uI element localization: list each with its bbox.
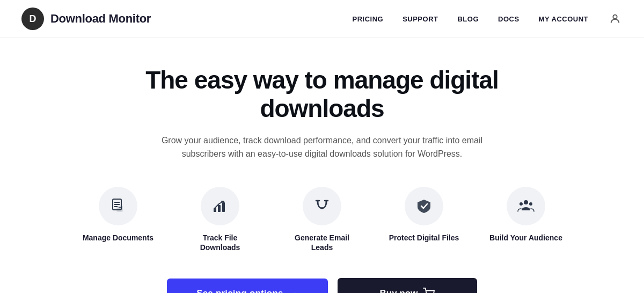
svg-point-15	[321, 207, 323, 209]
track-downloads-icon-wrap	[201, 187, 239, 225]
build-audience-icon-wrap	[507, 187, 545, 225]
nav-support[interactable]: SUPPORT	[402, 15, 438, 23]
svg-rect-8	[214, 208, 216, 212]
buy-now-button[interactable]: Buy now	[338, 278, 477, 293]
hero-title: The easy way to manage digital downloads	[80, 66, 564, 123]
logo-icon: D	[21, 8, 44, 30]
svg-point-17	[519, 202, 523, 206]
svg-rect-9	[218, 205, 221, 212]
svg-point-18	[529, 202, 532, 206]
magnet-icon	[313, 197, 331, 215]
features-row: Manage Documents Track File Downloads	[80, 187, 564, 252]
cta-buttons: See pricing options → Buy now	[167, 278, 477, 293]
header: D Download Monitor PRICING SUPPORT BLOG …	[0, 0, 644, 38]
brand-area: D Download Monitor	[21, 8, 151, 30]
see-pricing-button[interactable]: See pricing options →	[167, 279, 328, 293]
feature-manage-documents: Manage Documents	[80, 187, 156, 243]
nav-docs[interactable]: DOCS	[498, 15, 519, 23]
feature-protect-digital-files: Protect Digital Files	[386, 187, 462, 243]
cart-icon	[423, 288, 435, 293]
track-downloads-label: Track File Downloads	[182, 233, 258, 252]
email-leads-icon-wrap	[303, 187, 341, 225]
audience-icon	[517, 197, 535, 215]
shield-icon	[415, 197, 433, 215]
feature-build-audience: Build Your Audience	[488, 187, 564, 243]
user-account-icon[interactable]	[608, 11, 623, 26]
email-leads-label: Generate Email Leads	[284, 233, 360, 252]
svg-rect-5	[117, 206, 122, 211]
chart-icon	[211, 197, 229, 215]
main-nav: PRICING SUPPORT BLOG DOCS MY ACCOUNT	[352, 11, 623, 26]
feature-generate-email-leads: Generate Email Leads	[284, 187, 360, 252]
protect-files-label: Protect Digital Files	[389, 233, 459, 243]
feature-track-file-downloads: Track File Downloads	[182, 187, 258, 252]
hero-subtitle: Grow your audience, track download perfo…	[156, 134, 488, 161]
manage-documents-label: Manage Documents	[83, 233, 153, 243]
svg-point-0	[613, 15, 617, 19]
svg-point-16	[524, 200, 528, 204]
nav-pricing[interactable]: PRICING	[352, 15, 383, 23]
nav-my-account[interactable]: MY ACCOUNT	[539, 15, 588, 23]
brand-name: Download Monitor	[50, 12, 151, 26]
main-content: The easy way to manage digital downloads…	[0, 38, 644, 293]
protect-files-icon-wrap	[405, 187, 443, 225]
manage-documents-icon-wrap	[99, 187, 137, 225]
nav-blog[interactable]: BLOG	[457, 15, 479, 23]
build-audience-label: Build Your Audience	[489, 233, 562, 243]
document-icon	[109, 197, 127, 215]
